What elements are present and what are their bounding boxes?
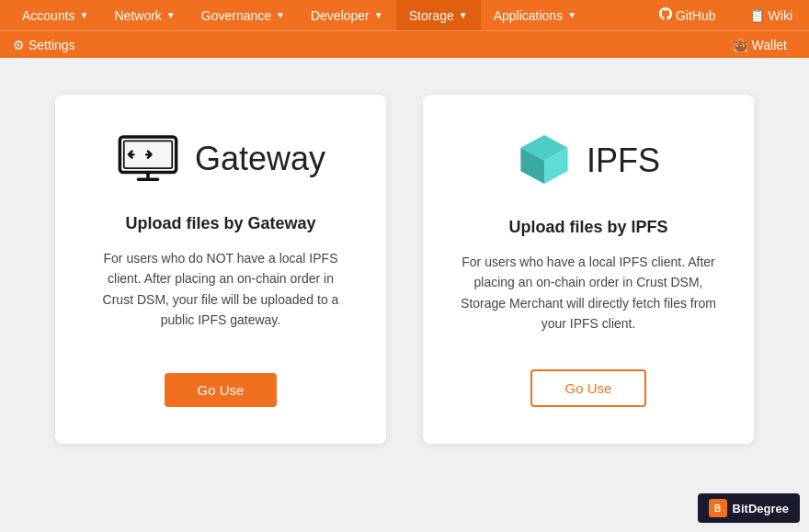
chevron-down-icon: ▼	[80, 10, 89, 20]
chevron-down-icon: ▼	[166, 10, 176, 20]
nav-item-network[interactable]: Network ▼	[102, 0, 188, 30]
gateway-title: Gateway	[195, 140, 325, 178]
ipfs-go-use-button[interactable]: Go Use	[530, 369, 647, 407]
monitor-arrows-icon	[116, 131, 180, 187]
wallet-icon: 👜	[733, 38, 748, 52]
ipfs-description: For users who have a local IPFS client. …	[460, 252, 717, 342]
nav-item-storage[interactable]: Storage ▼	[396, 0, 481, 30]
bitdegree-label: BitDegree	[733, 502, 789, 515]
nav-item-applications[interactable]: Applications ▼	[481, 0, 589, 30]
settings-button[interactable]: ⚙ Settings	[9, 29, 88, 60]
main-content: Gateway Upload files by Gateway For user…	[0, 58, 809, 499]
ipfs-heading: Upload files by IPFS	[508, 218, 667, 237]
nav-bar: Accounts ▼ Network ▼ Governance ▼ Develo…	[0, 0, 809, 30]
chevron-down-icon: ▼	[567, 10, 576, 20]
book-icon: 📋	[749, 8, 765, 23]
gateway-description: For users who do NOT have a local IPFS c…	[92, 248, 349, 345]
wallet-button[interactable]: 👜 Wallet	[720, 29, 800, 60]
gateway-heading: Upload files by Gateway	[125, 214, 315, 233]
nav-item-wiki[interactable]: 📋 Wiki	[742, 0, 800, 30]
nav-item-accounts[interactable]: Accounts ▼	[9, 0, 102, 30]
gateway-go-use-button[interactable]: Go Use	[165, 373, 278, 407]
nav-item-developer[interactable]: Developer ▼	[298, 0, 396, 30]
chevron-down-icon: ▼	[276, 10, 285, 20]
bitdegree-logo-icon: B	[709, 499, 727, 517]
gateway-card: Gateway Upload files by Gateway For user…	[55, 95, 386, 444]
nav-item-governance[interactable]: Governance ▼	[188, 0, 298, 30]
sub-nav: ⚙ Settings 👜 Wallet	[0, 30, 809, 58]
chevron-down-icon: ▼	[374, 10, 383, 20]
nav-item-github[interactable]: GitHub	[652, 0, 724, 30]
ipfs-title: IPFS	[587, 141, 660, 180]
gear-icon: ⚙	[13, 38, 25, 52]
ipfs-cube-icon	[517, 131, 572, 190]
ipfs-icon-area: IPFS	[517, 131, 660, 190]
github-icon	[659, 7, 672, 23]
ipfs-card: IPFS Upload files by IPFS For users who …	[423, 95, 754, 444]
gateway-icon-area: Gateway	[116, 131, 325, 187]
bitdegree-badge: B BitDegree	[698, 493, 800, 523]
chevron-down-icon: ▼	[459, 10, 468, 20]
